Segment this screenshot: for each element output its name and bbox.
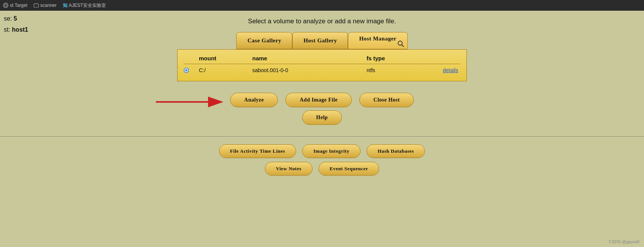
bottom-row-1: File Activity Time Lines Image Integrity… bbox=[219, 144, 425, 158]
svg-point-0 bbox=[3, 3, 8, 8]
file-activity-button[interactable]: File Activity Time Lines bbox=[219, 144, 296, 158]
side-info: se: 5 st: host1 bbox=[4, 13, 28, 36]
action-buttons-area: Analyze Add Image File Close Host Help bbox=[230, 93, 414, 125]
name-value: saboot.001-0-0 bbox=[252, 67, 367, 73]
analyze-button[interactable]: Analyze bbox=[230, 93, 278, 107]
main-buttons-row: Analyze Add Image File Close Host bbox=[230, 93, 414, 107]
bottom-buttons: File Activity Time Lines Image Integrity… bbox=[219, 144, 425, 176]
add-image-file-button[interactable]: Add Image File bbox=[285, 93, 352, 107]
svg-rect-2 bbox=[34, 4, 38, 7]
select-text: Select a volume to analyze or add a new … bbox=[248, 18, 396, 25]
tab-host-manager[interactable]: Host Manager bbox=[348, 32, 407, 49]
svg-point-1 bbox=[5, 4, 7, 6]
details-link[interactable]: details bbox=[443, 67, 489, 73]
volume-table: mount name fs type C:/ saboot.001-0-0 nt… bbox=[177, 49, 467, 81]
image-integrity-button[interactable]: Image Integrity bbox=[302, 144, 360, 158]
table-header: mount name fs type bbox=[184, 53, 460, 64]
main-content: Select a volume to analyze or add a new … bbox=[0, 11, 644, 176]
mount-value: C:/ bbox=[199, 67, 252, 73]
arrow-container bbox=[154, 94, 226, 110]
topbar-ajest[interactable]: 知 AJEST安全实验室 bbox=[63, 2, 106, 9]
analyze-arrow bbox=[154, 94, 226, 110]
tab-host-gallery[interactable]: Host Gallery bbox=[292, 32, 348, 49]
help-button[interactable]: Help bbox=[302, 110, 342, 125]
zhi-icon: 知 bbox=[63, 2, 67, 9]
topbar-scanner[interactable]: scanner bbox=[34, 3, 57, 8]
watermark: CSDN @gaynell bbox=[609, 239, 639, 244]
tabs-container: Case Gallery Host Gallery Host Manager bbox=[236, 32, 407, 49]
close-host-button[interactable]: Close Host bbox=[359, 93, 414, 107]
fstype-value: ntfs bbox=[367, 67, 443, 73]
view-notes-button[interactable]: View Notes bbox=[265, 162, 312, 176]
topbar: st Target scanner 知 AJEST安全实验室 bbox=[0, 0, 644, 11]
radio-button[interactable] bbox=[184, 68, 189, 73]
search-icon bbox=[397, 40, 404, 47]
table-row[interactable]: C:/ saboot.001-0-0 ntfs details bbox=[184, 66, 460, 75]
event-sequencer-button[interactable]: Event Sequencer bbox=[319, 162, 379, 176]
svg-line-4 bbox=[402, 45, 404, 47]
bottom-row-2: View Notes Event Sequencer bbox=[265, 162, 379, 176]
tab-case-gallery[interactable]: Case Gallery bbox=[236, 32, 292, 49]
hash-databases-button[interactable]: Hash Databases bbox=[367, 144, 425, 158]
help-row: Help bbox=[302, 110, 342, 125]
topbar-target[interactable]: st Target bbox=[3, 3, 27, 8]
divider bbox=[0, 136, 644, 137]
